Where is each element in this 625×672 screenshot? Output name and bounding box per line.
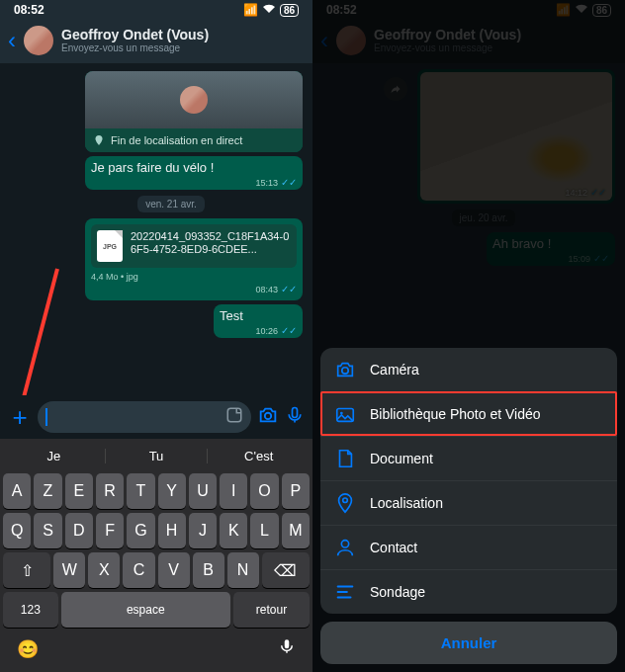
key-y[interactable]: Y (158, 473, 186, 509)
menu-item-camera[interactable]: Caméra (320, 348, 617, 391)
chat-area[interactable]: Fin de localisation en direct Je pars fa… (0, 63, 312, 395)
menu-item-photo-library[interactable]: Bibliothèque Photo et Vidéo (320, 391, 617, 436)
key-i[interactable]: I (220, 473, 247, 509)
message-bubble[interactable]: Test 10:26✓✓ (214, 304, 303, 338)
location-map-preview (85, 71, 303, 128)
key-l[interactable]: L (250, 513, 278, 548)
key-b[interactable]: B (193, 552, 224, 588)
screenshot-left: 08:52 📶 86 ‹ Geoffroy Ondet (Vous) Envoy… (0, 0, 312, 672)
key-o[interactable]: O (250, 473, 278, 509)
backspace-key[interactable]: ⌫ (262, 552, 310, 588)
key-w[interactable]: W (53, 552, 85, 588)
suggestion[interactable]: Je (3, 449, 106, 463)
message-time: 10:26 (255, 326, 278, 336)
read-ticks-icon: ✓✓ (281, 177, 297, 188)
document-bubble[interactable]: JPG 20220414_093352_C18F1A34-06F5-4752-8… (85, 218, 303, 300)
message-text: Je pars faire du vélo ! (91, 160, 214, 175)
menu-label: Contact (370, 540, 417, 555)
numeric-key[interactable]: 123 (3, 592, 58, 628)
key-h[interactable]: H (158, 513, 186, 548)
chat-header: ‹ Geoffroy Ondet (Vous) Envoyez-vous un … (0, 20, 312, 63)
mic-button[interactable] (285, 405, 305, 430)
message-input[interactable] (38, 401, 251, 433)
key-g[interactable]: G (127, 513, 154, 548)
key-d[interactable]: D (65, 513, 93, 548)
document-meta: 4,4 Mo • jpg (91, 272, 297, 282)
cancel-button[interactable]: Annuler (320, 622, 617, 664)
key-n[interactable]: N (227, 552, 259, 588)
message-time: 08:43 (255, 285, 278, 294)
key-x[interactable]: X (88, 552, 120, 588)
file-type-icon: JPG (97, 230, 123, 262)
key-m[interactable]: M (282, 513, 310, 548)
document-filename: 20220414_093352_C18F1A34-06F5-4752-8ED9-… (131, 230, 291, 256)
sticker-icon[interactable] (225, 406, 243, 428)
menu-label: Bibliothèque Photo et Vidéo (370, 406, 541, 422)
key-u[interactable]: U (189, 473, 217, 509)
key-j[interactable]: J (189, 513, 217, 548)
status-bar: 08:52 📶 86 (0, 0, 312, 20)
battery-indicator: 86 (280, 4, 299, 17)
space-key[interactable]: espace (61, 592, 230, 628)
svg-line-0 (12, 269, 57, 395)
screenshot-right: 08:52 📶 86 ‹ Geoffroy Ondet (Vous) Envoy… (312, 0, 625, 672)
keyboard: Je Tu C'est AZERTYUIOP QSDFGHJKLM ⇧ WXCV… (0, 439, 312, 672)
attach-plus-button[interactable]: + (8, 402, 32, 433)
svg-rect-1 (227, 408, 241, 422)
dictation-key[interactable] (278, 637, 296, 660)
message-time: 15:13 (255, 178, 278, 188)
menu-label: Document (370, 451, 433, 466)
shift-key[interactable]: ⇧ (3, 552, 50, 588)
menu-label: Caméra (370, 362, 419, 378)
key-e[interactable]: E (65, 473, 93, 509)
annotation-arrow (6, 269, 65, 395)
svg-rect-4 (285, 639, 290, 648)
key-q[interactable]: Q (3, 513, 31, 548)
status-time: 08:52 (14, 3, 45, 17)
svg-rect-3 (293, 407, 298, 417)
svg-point-5 (342, 368, 348, 374)
text-caret (45, 408, 47, 426)
attachment-sheet: Caméra Bibliothèque Photo et Vidéo Docum… (312, 340, 625, 672)
return-key[interactable]: retour (233, 592, 310, 628)
svg-point-8 (343, 498, 348, 503)
wifi-icon (262, 3, 276, 17)
key-z[interactable]: Z (34, 473, 61, 509)
key-r[interactable]: R (96, 473, 124, 509)
menu-item-poll[interactable]: Sondage (320, 569, 617, 614)
key-p[interactable]: P (282, 473, 310, 509)
emoji-key[interactable]: 😊 (17, 638, 39, 660)
location-bubble[interactable]: Fin de localisation en direct (85, 71, 303, 152)
svg-point-9 (341, 541, 348, 547)
back-button[interactable]: ‹ (8, 29, 16, 52)
message-bubble[interactable]: Je pars faire du vélo ! 15:13✓✓ (85, 156, 303, 190)
date-separator: ven. 21 avr. (137, 196, 205, 212)
contact-name[interactable]: Geoffroy Ondet (Vous) (61, 27, 209, 42)
menu-item-document[interactable]: Document (320, 436, 617, 480)
svg-point-2 (265, 412, 271, 418)
read-ticks-icon: ✓✓ (281, 284, 297, 294)
location-ended-row: Fin de localisation en direct (85, 128, 303, 152)
key-s[interactable]: S (34, 513, 61, 548)
key-k[interactable]: K (220, 513, 247, 548)
contact-subtitle: Envoyez-vous un message (61, 42, 209, 54)
camera-button[interactable] (257, 404, 279, 431)
key-c[interactable]: C (123, 552, 154, 588)
menu-label: Localisation (370, 495, 443, 511)
menu-label: Sondage (370, 584, 425, 600)
message-text: Test (220, 308, 243, 323)
keyboard-suggestions: Je Tu C'est (3, 443, 310, 469)
key-t[interactable]: T (127, 473, 154, 509)
key-f[interactable]: F (96, 513, 124, 548)
menu-item-contact[interactable]: Contact (320, 525, 617, 569)
suggestion[interactable]: Tu (106, 449, 209, 463)
attachment-menu: Caméra Bibliothèque Photo et Vidéo Docum… (320, 348, 617, 614)
contact-avatar[interactable] (24, 26, 53, 55)
key-v[interactable]: V (158, 552, 190, 588)
input-row: + (0, 395, 312, 439)
read-ticks-icon: ✓✓ (281, 325, 297, 336)
menu-item-location[interactable]: Localisation (320, 480, 617, 525)
signal-icon: 📶 (243, 3, 258, 17)
suggestion[interactable]: C'est (208, 449, 310, 463)
key-a[interactable]: A (3, 473, 31, 509)
